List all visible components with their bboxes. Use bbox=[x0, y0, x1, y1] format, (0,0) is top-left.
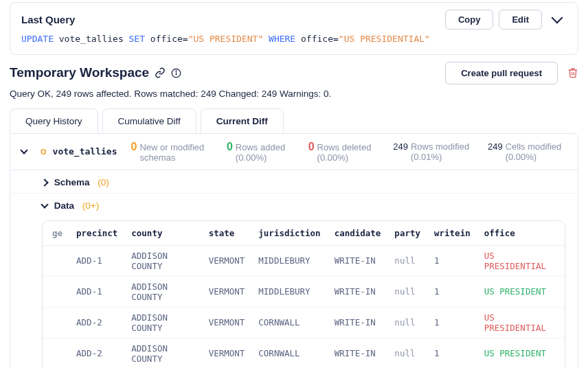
svg-point-2 bbox=[176, 70, 177, 71]
diff-table: ge precinct county state jurisdiction ca… bbox=[43, 221, 565, 369]
table-cell: 1 bbox=[427, 245, 477, 276]
chevron-right-icon bbox=[41, 179, 48, 186]
workspace-header: Temporary Workspace Create pull request … bbox=[10, 62, 578, 99]
table-cell: null bbox=[387, 307, 427, 338]
sql-table: vote_tallies bbox=[59, 34, 124, 44]
dot-yellow-icon: 0 bbox=[131, 141, 137, 153]
copy-button[interactable]: Copy bbox=[445, 10, 494, 30]
table-cell: CORNWALL bbox=[251, 338, 327, 368]
table-cell: US PRESIDENT bbox=[477, 276, 565, 307]
dot-red-icon: 0 bbox=[308, 141, 315, 153]
col-candidate[interactable]: candidate bbox=[328, 221, 388, 246]
sql-string: "US PRESIDENTIAL" bbox=[339, 34, 430, 44]
current-diff-panel: O vote_tallies 0New or modified schemas … bbox=[10, 133, 578, 369]
col-precinct[interactable]: precinct bbox=[69, 221, 124, 246]
diff-tabs: Query History Cumulative Diff Current Di… bbox=[10, 108, 578, 133]
tab-cumulative-diff[interactable]: Cumulative Diff bbox=[102, 108, 196, 133]
tab-query-history[interactable]: Query History bbox=[10, 108, 98, 133]
col-county[interactable]: county bbox=[124, 221, 201, 246]
link-icon[interactable] bbox=[155, 67, 166, 78]
col-state[interactable]: state bbox=[202, 221, 252, 246]
create-pull-request-button[interactable]: Create pull request bbox=[445, 62, 558, 84]
query-status: Query OK, 249 rows affected. Rows matche… bbox=[10, 89, 578, 99]
col-party[interactable]: party bbox=[387, 221, 427, 246]
trash-icon[interactable] bbox=[567, 67, 578, 78]
col-first[interactable]: ge bbox=[43, 221, 69, 246]
table-cell: ADDISON COUNTY bbox=[124, 245, 201, 276]
table-cell: VERMONT bbox=[202, 245, 252, 276]
edit-button[interactable]: Edit bbox=[499, 10, 542, 30]
table-cell: null bbox=[387, 245, 427, 276]
table-row[interactable]: ADD-2ADDISON COUNTYVERMONTCORNWALLWRITE-… bbox=[43, 338, 565, 368]
data-label: Data bbox=[54, 200, 74, 211]
table-cell: VERMONT bbox=[202, 338, 252, 368]
dot-green-icon: 0 bbox=[227, 141, 233, 153]
expand-query-toggle[interactable] bbox=[547, 10, 567, 30]
last-query-title: Last Query bbox=[21, 14, 75, 25]
col-office[interactable]: office bbox=[477, 221, 565, 246]
schema-section-toggle[interactable]: Schema (0) bbox=[10, 170, 578, 194]
sql-keyword: SET bbox=[129, 34, 145, 44]
col-writein[interactable]: writein bbox=[427, 221, 477, 246]
table-cell bbox=[43, 307, 69, 338]
table-cell bbox=[43, 338, 69, 368]
table-cell: CORNWALL bbox=[251, 307, 327, 338]
table-cell: ADD-2 bbox=[69, 338, 124, 368]
table-cell: VERMONT bbox=[202, 276, 252, 307]
sql-keyword: UPDATE bbox=[21, 34, 54, 44]
sql-op: = bbox=[333, 34, 339, 44]
stat-rows-modified: 249Rows modified (0.01%) bbox=[393, 141, 474, 162]
table-cell: WRITE-IN bbox=[328, 245, 388, 276]
table-name: vote_tallies bbox=[53, 146, 117, 157]
data-section-toggle[interactable]: Data (0+) bbox=[10, 194, 578, 216]
stat-schemas: 0New or modified schemas bbox=[131, 141, 212, 163]
sql-keyword: WHERE bbox=[269, 34, 295, 44]
table-cell: ADDISON COUNTY bbox=[124, 276, 201, 307]
table-status-icon: O bbox=[41, 148, 47, 156]
chevron-down-icon bbox=[552, 12, 563, 23]
table-name-badge: O vote_tallies bbox=[41, 146, 117, 157]
table-cell: 1 bbox=[427, 307, 477, 338]
table-cell: US PRESIDENT bbox=[477, 338, 565, 368]
stat-cells-modified: 249Cells modified (0.00%) bbox=[488, 141, 567, 162]
col-jurisdiction[interactable]: jurisdiction bbox=[251, 221, 327, 246]
chevron-down-icon bbox=[41, 200, 48, 208]
table-row[interactable]: ADD-1ADDISON COUNTYVERMONTMIDDLEBURYWRIT… bbox=[43, 245, 565, 276]
table-cell: 1 bbox=[427, 338, 477, 368]
sql-col: office bbox=[301, 34, 333, 44]
info-icon[interactable] bbox=[171, 68, 181, 78]
stat-rows-added: 0Rows added (0.00%) bbox=[227, 141, 295, 163]
diff-table-container: ge precinct county state jurisdiction ca… bbox=[42, 220, 565, 369]
table-cell: 1 bbox=[427, 276, 477, 307]
schema-label: Schema bbox=[54, 177, 90, 187]
table-cell: US PRESIDENTIAL bbox=[477, 307, 565, 338]
table-cell: MIDDLEBURY bbox=[251, 276, 327, 307]
diff-stats-row: O vote_tallies 0New or modified schemas … bbox=[10, 134, 578, 170]
table-header-row: ge precinct county state jurisdiction ca… bbox=[43, 221, 565, 246]
sql-query: UPDATE vote_tallies SET office="US PRESI… bbox=[21, 32, 567, 46]
table-cell: ADD-1 bbox=[69, 276, 124, 307]
sql-op: = bbox=[183, 34, 188, 44]
data-count: (0+) bbox=[82, 200, 99, 211]
table-cell: ADD-2 bbox=[69, 307, 124, 338]
table-cell: WRITE-IN bbox=[328, 276, 388, 307]
table-cell: null bbox=[387, 338, 427, 368]
table-cell: ADDISON COUNTY bbox=[124, 338, 201, 368]
table-toggle[interactable] bbox=[21, 146, 27, 157]
workspace-title: Temporary Workspace bbox=[10, 65, 149, 80]
table-cell: ADD-1 bbox=[69, 245, 124, 276]
last-query-panel: Last Query Copy Edit UPDATE vote_tallies… bbox=[10, 2, 578, 55]
sql-string: "US PRESIDENT" bbox=[188, 34, 264, 44]
table-cell bbox=[43, 245, 69, 276]
table-cell: WRITE-IN bbox=[328, 307, 388, 338]
table-cell bbox=[43, 276, 69, 307]
chevron-down-icon bbox=[20, 146, 27, 154]
table-cell: MIDDLEBURY bbox=[251, 245, 327, 276]
table-cell: ADDISON COUNTY bbox=[124, 307, 201, 338]
sql-col: office bbox=[150, 34, 183, 44]
tab-current-diff[interactable]: Current Diff bbox=[201, 108, 284, 133]
last-query-actions: Copy Edit bbox=[445, 10, 567, 30]
table-row[interactable]: ADD-2ADDISON COUNTYVERMONTCORNWALLWRITE-… bbox=[43, 307, 565, 338]
table-row[interactable]: ADD-1ADDISON COUNTYVERMONTMIDDLEBURYWRIT… bbox=[43, 276, 565, 307]
schema-count: (0) bbox=[98, 177, 109, 187]
